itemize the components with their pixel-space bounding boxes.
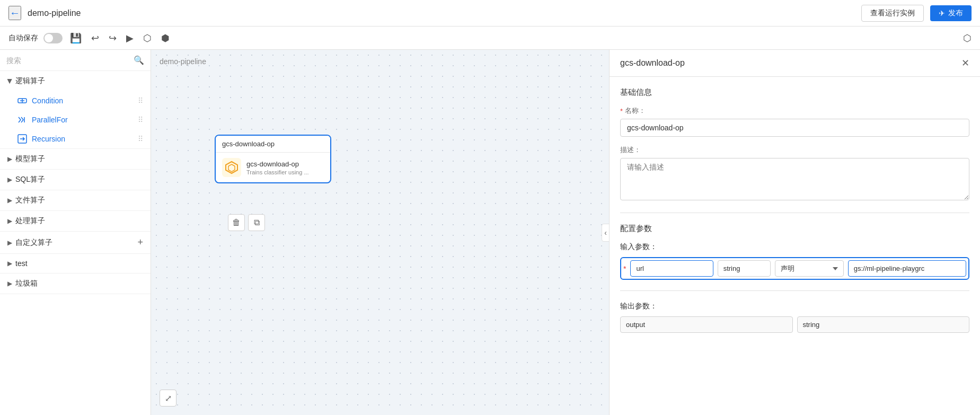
node-name: gcs-download-op [246, 160, 324, 168]
arrow-icon-file: ▶ [7, 197, 12, 204]
basic-info-title: 基础信息 [620, 87, 969, 98]
search-icon: 🔍 [134, 55, 144, 65]
param-mode-select[interactable]: 声明 输入 输出 [775, 260, 844, 277]
panel-body: 基础信息 * 名称： 描述： 配置参数 输入参数： * [610, 77, 980, 415]
category-trash: ▶ 垃圾箱 [0, 273, 151, 294]
arrow-icon-process: ▶ [7, 217, 12, 225]
name-field: * 名称： [620, 106, 969, 137]
export-icon[interactable]: ⬡ [141, 30, 154, 46]
node-actions: 🗑 ⧉ [228, 214, 265, 231]
pipeline-title: demo-pipeline [28, 8, 81, 18]
config-params-title: 配置参数 [620, 224, 969, 234]
add-custom-operator-button[interactable]: + [137, 237, 143, 248]
arrow-icon-model: ▶ [7, 155, 12, 163]
toolbar: 自动保存 💾 ↩ ↪ ▶ ⬡ ⬢ ⬡ [0, 27, 980, 50]
category-model-operator: ▶ 模型算子 [0, 149, 151, 170]
search-input[interactable] [6, 56, 130, 65]
save-icon[interactable]: 💾 [68, 30, 84, 46]
publish-label: 发布 [948, 8, 963, 18]
category-header-sql[interactable]: ▶ SQL算子 [0, 170, 151, 190]
autosave-label: 自动保存 [8, 33, 38, 43]
category-sql-operator: ▶ SQL算子 [0, 170, 151, 190]
output-params-label: 输出参数： [620, 302, 969, 311]
sidebar-item-parallelfor[interactable]: ParallelFor ⠿ [0, 110, 151, 129]
param-type-input[interactable] [718, 260, 771, 277]
autosave-toggle[interactable] [43, 33, 63, 43]
back-button[interactable]: ← [8, 6, 21, 20]
import-icon[interactable]: ⬢ [159, 30, 172, 46]
condition-drag-handle[interactable]: ⠿ [138, 96, 143, 105]
fullscreen-icon[interactable]: ⤢ [160, 390, 176, 407]
category-header-process[interactable]: ▶ 处理算子 [0, 211, 151, 231]
category-header-file[interactable]: ▶ 文件算子 [0, 190, 151, 210]
category-label-logic: 逻辑算子 [15, 76, 45, 86]
run-icon[interactable]: ▶ [124, 30, 136, 46]
output-type-input[interactable] [797, 316, 970, 333]
category-label-process: 处理算子 [15, 216, 45, 226]
sidebar-item-recursion[interactable]: Recursion ⠿ [0, 129, 151, 148]
category-header-model[interactable]: ▶ 模型算子 [0, 149, 151, 169]
input-param-row: * 声明 输入 输出 [620, 257, 969, 280]
category-label-trash: 垃圾箱 [15, 279, 38, 288]
sidebar: 🔍 ▶ 逻辑算子 Condition ⠿ ParallelFor ⠿ [0, 50, 151, 415]
node-desc: Trains classifier using ... [246, 169, 324, 175]
node-component-icon [222, 158, 241, 177]
desc-label: 描述： [620, 145, 969, 155]
category-header-test[interactable]: ▶ test [0, 254, 151, 273]
name-input[interactable] [620, 119, 969, 137]
main-area: 🔍 ▶ 逻辑算子 Condition ⠿ ParallelFor ⠿ [0, 50, 980, 415]
canvas-area[interactable]: demo-pipeline gcs-download-op gcs-downlo… [151, 50, 609, 415]
panel-header: gcs-download-op ✕ [610, 50, 980, 77]
recursion-icon [17, 134, 28, 144]
desc-field: 描述： [620, 145, 969, 202]
condition-label: Condition [32, 96, 134, 105]
pipeline-node[interactable]: gcs-download-op gcs-download-op Trains c… [215, 135, 331, 183]
category-test: ▶ test [0, 254, 151, 273]
search-box: 🔍 [0, 50, 151, 71]
panel-title: gcs-download-op [620, 58, 961, 68]
node-title: gcs-download-op [216, 136, 330, 153]
name-required-star: * [620, 107, 623, 115]
recursion-drag-handle[interactable]: ⠿ [138, 135, 143, 143]
category-label-test: test [15, 259, 28, 268]
section-divider-2 [620, 290, 969, 291]
param-required-star: * [623, 264, 626, 273]
category-header-logic[interactable]: ▶ 逻辑算子 [0, 71, 151, 91]
arrow-icon-sql: ▶ [7, 176, 12, 183]
category-header-custom[interactable]: ▶ 自定义算子 + [0, 232, 151, 253]
collapse-panel-button[interactable]: ‹ [602, 224, 609, 242]
top-bar: ← demo-pipeline 查看运行实例 ✈ 发布 [0, 0, 980, 27]
section-divider [620, 213, 969, 213]
category-logic-operator: ▶ 逻辑算子 Condition ⠿ ParallelFor ⠿ [0, 71, 151, 149]
settings-icon[interactable]: ⬡ [963, 32, 972, 44]
category-label-model: 模型算子 [15, 154, 45, 164]
arrow-icon-custom: ▶ [7, 239, 12, 246]
recursion-label: Recursion [32, 135, 134, 143]
delete-node-button[interactable]: 🗑 [228, 214, 245, 231]
category-label-sql: SQL算子 [15, 175, 45, 184]
category-label-custom: 自定义算子 [15, 238, 52, 248]
view-instance-button[interactable]: 查看运行实例 [861, 5, 924, 22]
copy-node-button[interactable]: ⧉ [248, 214, 265, 231]
node-info: gcs-download-op Trains classifier using … [246, 160, 324, 175]
sidebar-item-condition[interactable]: Condition ⠿ [0, 91, 151, 110]
category-label-file: 文件算子 [15, 196, 45, 205]
category-custom-operator: ▶ 自定义算子 + [0, 232, 151, 254]
name-label: * 名称： [620, 106, 969, 116]
close-panel-button[interactable]: ✕ [961, 57, 969, 69]
undo-icon[interactable]: ↩ [89, 30, 101, 46]
redo-icon[interactable]: ↪ [107, 30, 119, 46]
parallelfor-drag-handle[interactable]: ⠿ [138, 116, 143, 124]
parallelfor-icon [17, 114, 28, 125]
input-params-label: 输入参数： [620, 242, 969, 252]
param-value-input[interactable] [848, 260, 966, 277]
param-name-input[interactable] [630, 260, 713, 277]
output-name-input[interactable] [620, 316, 793, 333]
publish-button[interactable]: ✈ 发布 [930, 5, 972, 21]
category-file-operator: ▶ 文件算子 [0, 190, 151, 211]
category-header-trash[interactable]: ▶ 垃圾箱 [0, 273, 151, 294]
publish-icon: ✈ [939, 9, 945, 17]
desc-textarea[interactable] [620, 158, 969, 200]
condition-icon [17, 95, 28, 106]
arrow-icon-test: ▶ [7, 260, 12, 267]
